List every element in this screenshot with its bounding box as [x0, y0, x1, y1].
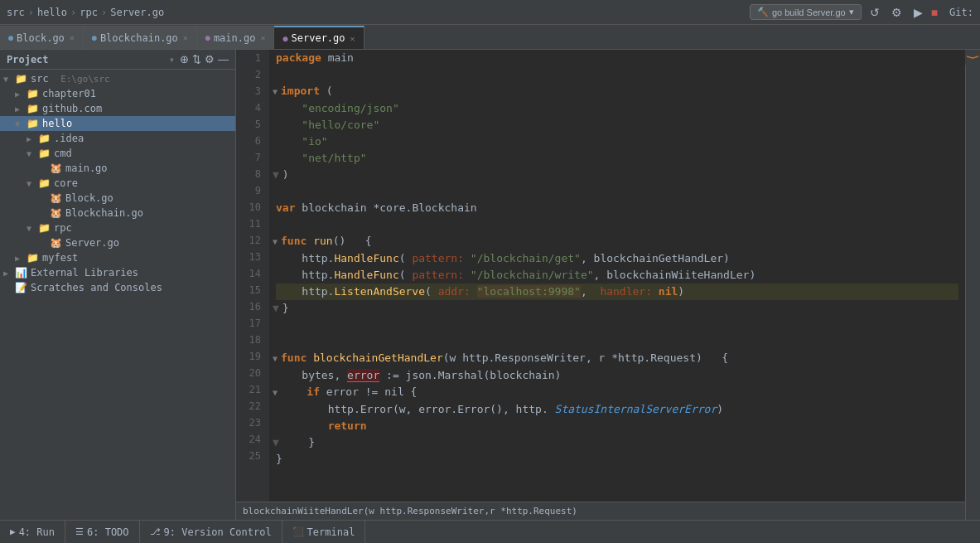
breadcrumb-hello[interactable]: hello — [37, 7, 67, 18]
code-line-14: http.HandleFunc( pattern: "/blockchain/w… — [276, 267, 958, 284]
gear-icon[interactable]: ⚙ — [205, 53, 215, 65]
block-tab-icon: ● — [8, 33, 13, 42]
sidebar-item-githubcom[interactable]: ▶ 📁 github.com — [0, 101, 235, 116]
code-line-12: ▼func run() { — [276, 233, 958, 250]
tab-block[interactable]: ● Block.go ✕ — [0, 26, 84, 49]
add-button[interactable]: ⊕ — [180, 53, 189, 65]
tab-block-close[interactable]: ✕ — [70, 33, 75, 42]
folder-icon: 📁 — [27, 118, 39, 129]
code-line-20: bytes, error := json.Marshal(blockchain) — [276, 367, 958, 384]
line-numbers: 1 2 3 4 5 6 7 8 9 10 11 12 13 14 15 16 1… — [236, 50, 269, 502]
run-status[interactable]: ▶ 4: Run — [0, 521, 65, 543]
code-line-8: ▼) — [276, 167, 958, 183]
code-line-13: http.HandleFunc( pattern: "/blockchain/g… — [276, 250, 958, 267]
todo-status[interactable]: ☰ 6: TODO — [65, 521, 140, 543]
sidebar-item-core[interactable]: ▼ 📁 core — [0, 176, 235, 191]
terminal-status[interactable]: ⬛ Terminal — [282, 521, 366, 543]
code-editor-area[interactable]: 1 2 3 4 5 6 7 8 9 10 11 12 13 14 15 16 1… — [236, 50, 965, 520]
scratch-icon: 📝 — [15, 282, 27, 293]
right-panel-button[interactable]: ⟩ — [963, 50, 980, 65]
sidebar-item-myfest[interactable]: ▶ 📁 myfest — [0, 250, 235, 265]
sidebar-item-blockchaining[interactable]: 🐹 Blockchain.go — [0, 206, 235, 221]
code-line-2 — [276, 66, 958, 83]
sidebar-actions: ⊕ ⇅ ⚙ — — [180, 53, 229, 65]
sidebar-item-scratches[interactable]: 📝 Scratches and Consoles — [0, 280, 235, 295]
go-file-icon: 🐹 — [50, 207, 62, 219]
main-tab-icon: ● — [205, 33, 210, 42]
code-line-9 — [276, 183, 958, 200]
code-line-11 — [276, 216, 958, 233]
arrow-icon: ▼ — [15, 119, 27, 128]
code-line-24: ▼ } — [276, 434, 958, 451]
build-label: go build Server.go — [772, 7, 846, 17]
run-icon: ▶ — [10, 526, 16, 537]
sidebar-item-idea[interactable]: ▶ 📁 .idea — [0, 131, 235, 146]
breadcrumb-rpc[interactable]: rpc — [80, 7, 98, 18]
arrow-icon: ▶ — [3, 269, 15, 278]
code-content[interactable]: package main ▼import ( "encoding/json" "… — [269, 50, 965, 502]
folder-icon: 📁 — [38, 133, 51, 144]
sidebar-item-hello[interactable]: ▼ 📁 hello — [0, 116, 235, 131]
code-line-4: "encoding/json" — [276, 100, 958, 117]
hammer-icon: 🔨 — [757, 7, 769, 17]
code-line-5: "hello/core" — [276, 117, 958, 133]
sidebar-item-extlibs[interactable]: ▶ 📊 External Libraries — [0, 265, 235, 280]
tab-blockchain-close[interactable]: ✕ — [183, 33, 188, 42]
vcs-status[interactable]: ⎇ 9: Version Control — [140, 521, 282, 543]
tab-main-close[interactable]: ✕ — [260, 33, 265, 42]
arrow-icon: ▼ — [27, 179, 38, 188]
code-line-25: } — [276, 451, 958, 468]
sidebar-item-src[interactable]: ▼ 📁 src E:\go\src — [0, 71, 235, 86]
tab-blockchain-label: Blockchain.go — [100, 32, 178, 44]
sidebar-item-chapter01[interactable]: ▶ 📁 chapter01 — [0, 86, 235, 101]
folder-icon: 📁 — [27, 252, 39, 264]
run-label: 4: Run — [19, 526, 55, 538]
main-layout: Project ▾ ⊕ ⇅ ⚙ — ▼ 📁 src E:\go\src ▶ 📁 — [0, 50, 980, 520]
go-file-icon: 🐹 — [50, 192, 62, 204]
tab-main[interactable]: ● main.go ✕ — [197, 26, 275, 49]
breadcrumb-src[interactable]: src — [7, 7, 25, 18]
sidebar-item-blockgo[interactable]: 🐹 Block.go — [0, 191, 235, 206]
tab-blockchain[interactable]: ● Blockchain.go ✕ — [84, 26, 197, 49]
arrow-icon: ▼ — [3, 75, 15, 84]
statusbar: ▶ 4: Run ☰ 6: TODO ⎇ 9: Version Control … — [0, 520, 980, 543]
code-editor[interactable]: 1 2 3 4 5 6 7 8 9 10 11 12 13 14 15 16 1… — [236, 50, 965, 502]
sidebar-item-servergo[interactable]: 🐹 Server.go — [0, 235, 235, 250]
arrow-icon: ▼ — [27, 149, 38, 158]
code-line-21: ▼ if error != nil { — [276, 384, 958, 401]
blockchain-tab-icon: ● — [92, 33, 97, 42]
code-line-19: ▼func blockchainGetHandLer(w http.Respon… — [276, 350, 958, 367]
folder-icon: 📁 — [27, 88, 39, 99]
arrow-icon: ▶ — [15, 104, 27, 114]
tab-server-close[interactable]: ✕ — [350, 34, 355, 43]
code-line-17 — [276, 317, 958, 333]
todo-label: 6: TODO — [87, 526, 129, 538]
build-button[interactable]: 🔨 go build Server.go ▾ — [750, 4, 862, 20]
sidebar-item-maingo[interactable]: 🐹 main.go — [0, 161, 235, 176]
sort-button[interactable]: ⇅ — [192, 53, 201, 65]
code-line-3: ▼import ( — [276, 83, 958, 100]
tab-server[interactable]: ● Server.go ✕ — [274, 26, 364, 49]
run-button[interactable]: ▶ — [910, 4, 926, 21]
stop-button[interactable]: ■ — [931, 6, 938, 19]
minimize-button[interactable]: — — [218, 53, 229, 65]
topbar: src › hello › rpc › Server.go 🔨 go build… — [0, 0, 980, 25]
server-tab-icon: ● — [282, 34, 287, 43]
sidebar: Project ▾ ⊕ ⇅ ⚙ — ▼ 📁 src E:\go\src ▶ 📁 — [0, 50, 236, 520]
code-line-6: "io" — [276, 133, 958, 150]
refresh-button[interactable]: ↺ — [867, 4, 883, 21]
dropdown-icon: ▾ — [849, 7, 854, 17]
vcs-label: 9: Version Control — [164, 526, 272, 538]
sidebar-item-cmd[interactable]: ▼ 📁 cmd — [0, 146, 235, 161]
code-line-22: http.Error(w, error.Error(), http. Statu… — [276, 401, 958, 418]
go-file-icon: 🐹 — [50, 237, 62, 249]
tab-main-label: main.go — [214, 32, 256, 44]
dropdown-icon: ▾ — [169, 54, 175, 65]
sidebar-title: Project — [7, 54, 164, 65]
git-label: Git: — [949, 7, 973, 18]
sidebar-item-rpc[interactable]: ▼ 📁 rpc — [0, 221, 235, 235]
tab-block-label: Block.go — [17, 32, 65, 44]
settings-button[interactable]: ⚙ — [888, 4, 905, 21]
arrow-icon: ▶ — [27, 134, 38, 143]
code-line-18 — [276, 333, 958, 350]
